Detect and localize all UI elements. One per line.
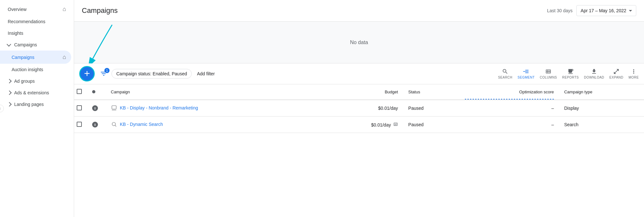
toolbar: + 1 Campaign status: Enabled, Paused Add… <box>74 63 644 84</box>
date-range-value: Apr 17 – May 16, 2022 <box>581 8 626 13</box>
add-icon: + <box>84 68 90 79</box>
arrow-annotation <box>83 22 122 63</box>
col-header-campaign-type[interactable]: Campaign type <box>559 84 644 100</box>
svg-rect-1 <box>112 106 116 109</box>
sidebar-item-recommendations-label: Recommendations <box>8 19 66 24</box>
reports-icon <box>567 68 574 75</box>
sidebar-group-ad-groups[interactable]: Ad groups <box>0 75 74 87</box>
add-filter-label: Add filter <box>197 71 215 76</box>
sidebar-group-ad-groups-label: Ad groups <box>14 79 69 84</box>
no-data-text: No data <box>350 40 368 45</box>
expand-action[interactable]: EXPAND <box>610 68 623 79</box>
row2-checkbox-cell <box>74 117 87 133</box>
chevron-right-icon-landing <box>7 102 12 107</box>
col-header-status-dot <box>87 84 106 100</box>
row2-budget: $0.01/day <box>371 122 391 127</box>
svg-line-4 <box>115 125 116 126</box>
row1-optimization-score-cell: – <box>460 100 559 117</box>
row2-campaign-type: Search <box>564 122 578 127</box>
row1-status-cell: Paused <box>403 100 460 117</box>
add-filter-button[interactable]: Add filter <box>194 70 217 78</box>
sidebar-item-auction-insights-label: Auction insights <box>12 67 66 72</box>
expand-icon <box>613 68 620 75</box>
more-label: MORE <box>629 76 639 79</box>
reports-label: REPORTS <box>562 76 579 79</box>
col-header-checkbox <box>74 84 87 100</box>
select-all-checkbox[interactable] <box>77 89 82 94</box>
chevron-down-icon <box>7 42 11 47</box>
columns-action[interactable]: COLUMNS <box>540 68 557 79</box>
row2-optimization-score-cell: – <box>460 117 559 133</box>
col-header-campaign[interactable]: Campaign <box>106 84 321 100</box>
segment-icon <box>523 68 529 75</box>
search-action[interactable]: SEARCH <box>498 68 513 79</box>
col-header-status[interactable]: Status <box>403 84 460 100</box>
row1-status-cell <box>87 100 106 117</box>
no-data-area: No data <box>74 22 644 63</box>
row2-status: Paused <box>408 122 423 127</box>
sidebar-group-campaigns[interactable]: Campaigns <box>0 39 74 51</box>
row2-campaign-type-icon <box>111 121 117 127</box>
table-row: KB - Display - Nonbrand - Remarketing $0… <box>74 100 644 117</box>
campaigns-table: Campaign Budget Status Optimization scor… <box>74 84 644 133</box>
row1-pause-icon <box>92 105 98 111</box>
table-row: KB - Dynamic Search $0.01/day Paused – <box>74 117 644 133</box>
sidebar-item-overview[interactable]: Overview ⌂ <box>0 3 71 16</box>
more-action[interactable]: MORE <box>629 68 639 79</box>
status-filter-label: Campaign status: Enabled, Paused <box>116 71 187 76</box>
sidebar-group-ads-extensions-label: Ads & extensions <box>14 90 69 95</box>
row2-campaign-type-cell: Search <box>559 117 644 133</box>
search-icon <box>502 68 508 75</box>
main-header: Campaigns Last 30 days Apr 17 – May 16, … <box>74 0 644 22</box>
date-range-picker[interactable]: Apr 17 – May 16, 2022 <box>576 5 636 16</box>
row2-budget-cell: $0.01/day <box>321 117 403 133</box>
row2-status-cell <box>87 117 106 133</box>
row1-budget-cell: $0.01/day <box>321 100 403 117</box>
sidebar-group-landing-pages-label: Landing pages <box>14 102 69 107</box>
sidebar-group-landing-pages[interactable]: Landing pages <box>0 99 74 110</box>
row1-checkbox[interactable] <box>77 105 82 110</box>
row1-budget: $0.01/day <box>378 106 398 111</box>
columns-label: COLUMNS <box>540 76 557 79</box>
row1-status: Paused <box>408 106 423 111</box>
sidebar: Overview ⌂ Recommendations Insights Camp… <box>0 0 74 217</box>
filter-button[interactable]: 1 <box>100 70 108 78</box>
sidebar-item-insights[interactable]: Insights <box>0 27 71 39</box>
status-filter-chip[interactable]: Campaign status: Enabled, Paused <box>111 69 192 79</box>
add-campaign-button[interactable]: + <box>79 66 95 81</box>
sidebar-item-insights-label: Insights <box>8 31 66 36</box>
row1-campaign-cell: KB - Display - Nonbrand - Remarketing <box>106 100 321 117</box>
row2-checkbox[interactable] <box>77 122 82 127</box>
row2-campaign-cell: KB - Dynamic Search <box>106 117 321 133</box>
reports-action[interactable]: REPORTS <box>562 68 579 79</box>
sidebar-group-campaigns-label: Campaigns <box>14 42 69 47</box>
download-icon <box>591 68 597 75</box>
segment-label: SEGMENT <box>518 76 535 79</box>
main-content: Campaigns Last 30 days Apr 17 – May 16, … <box>74 0 644 217</box>
row2-campaign-name[interactable]: KB - Dynamic Search <box>120 122 163 127</box>
chevron-right-icon-ads <box>7 90 12 95</box>
search-label: SEARCH <box>498 76 513 79</box>
col-header-budget[interactable]: Budget <box>321 84 403 100</box>
campaigns-table-container: Campaign Budget Status Optimization scor… <box>74 84 644 217</box>
row1-checkbox-cell <box>74 100 87 117</box>
svg-point-3 <box>112 122 116 126</box>
row2-budget-icon <box>393 122 398 127</box>
filter-badge: 1 <box>104 68 110 73</box>
row1-campaign-type-cell: Display <box>559 100 644 117</box>
row2-pause-icon <box>92 122 98 127</box>
chevron-right-icon-adgroups <box>7 79 12 83</box>
row2-status-cell: Paused <box>403 117 460 133</box>
row2-optimization-score: – <box>551 122 554 127</box>
sidebar-group-ads-extensions[interactable]: Ads & extensions <box>0 87 74 99</box>
download-action[interactable]: DOWNLOAD <box>584 68 604 79</box>
col-header-optimization-score[interactable]: Optimization score <box>460 84 559 100</box>
sidebar-item-auction-insights[interactable]: Auction insights <box>0 64 71 75</box>
page-title: Campaigns <box>82 6 547 15</box>
columns-icon <box>545 68 552 75</box>
segment-action[interactable]: SEGMENT <box>518 68 535 79</box>
row1-campaign-name[interactable]: KB - Display - Nonbrand - Remarketing <box>120 105 198 110</box>
sidebar-item-campaigns[interactable]: Campaigns ⌂ <box>0 51 71 64</box>
sidebar-item-recommendations[interactable]: Recommendations <box>0 16 71 27</box>
download-label: DOWNLOAD <box>584 76 604 79</box>
